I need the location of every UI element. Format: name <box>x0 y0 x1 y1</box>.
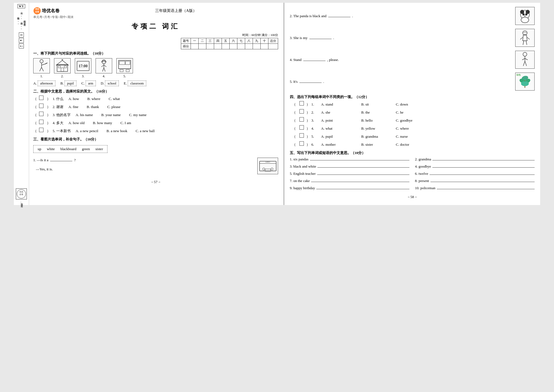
q5-blank-1[interactable] <box>310 160 409 160</box>
q5-item-8: 8. present <box>415 179 535 183</box>
q4-paren-close-1: ） <box>306 102 310 107</box>
score-val-4[interactable] <box>214 44 222 49</box>
q5-blank-5[interactable] <box>317 175 410 175</box>
score-val-9[interactable] <box>253 44 261 49</box>
q1-opt-a-box: afternoon <box>38 81 55 86</box>
score-val-7[interactable] <box>237 44 245 49</box>
score-header-6: 六 <box>230 38 237 44</box>
q2-answer-3[interactable] <box>39 112 43 116</box>
q2-5c: C. a new ball <box>136 129 155 133</box>
q1-opt-e-box: classroom <box>128 81 146 86</box>
score-header-5: 五 <box>222 38 230 44</box>
score-val-total[interactable] <box>268 44 278 49</box>
svg-rect-29 <box>119 61 125 65</box>
q3-title: 三、看图片选单词，补全句子。（10分） <box>33 137 278 142</box>
q5-blank-7[interactable] <box>311 182 409 182</box>
q5-item-3: 3. black and white <box>290 164 409 169</box>
q1-img-3: 17:00 3. <box>75 58 91 78</box>
q2-paren-close-2: ） <box>47 104 50 109</box>
q1-opt-d: D. school <box>101 81 119 86</box>
q3-blank-1[interactable] <box>50 161 72 161</box>
q2-answer-2[interactable] <box>39 104 43 108</box>
q1-num-3: 3. <box>82 74 84 78</box>
q4-title: 四、选出下列每组单词中不同类的一项。（12分） <box>290 94 535 99</box>
q4-answer-6[interactable] <box>299 141 304 146</box>
score-header-11: 总分 <box>268 38 278 44</box>
q4-answer-3[interactable] <box>299 117 304 122</box>
q1-img-box-2 <box>54 58 71 73</box>
q5-blank-9[interactable] <box>316 189 409 189</box>
q2-answer-4[interactable] <box>39 120 43 124</box>
q5-blank-4[interactable] <box>432 167 535 168</box>
q5-blank-8[interactable] <box>430 182 535 182</box>
q5-blank-10[interactable] <box>437 189 535 189</box>
q3-sent-1: 1. —Is it a ? <box>33 157 253 163</box>
q2-num-3: 3. 他的名字 <box>53 112 71 117</box>
score-val-5[interactable] <box>222 44 230 49</box>
score-val-6[interactable] <box>230 44 237 49</box>
q2-answer-5[interactable] <box>39 128 43 132</box>
q2-4a: A. how old <box>68 121 84 125</box>
q4-answer-4[interactable] <box>299 125 304 130</box>
q3-continued: 2. The panda is black and . <box>290 7 535 91</box>
q4-paren-close-2: ） <box>306 110 310 115</box>
q2-2c: C. please <box>107 105 120 109</box>
q2-answer-1[interactable] <box>39 96 43 100</box>
q5-blank-3[interactable] <box>317 167 409 168</box>
logo-icon: 培优 名卷 <box>33 7 41 15</box>
spine-icon-2: ■□ <box>19 38 24 43</box>
q2-paren-1: （ <box>33 96 37 101</box>
page-header: 培优 名卷 培优名卷 单元考+月考+专项+期中+期末 三年级英语上册（A版） <box>33 7 278 19</box>
svg-text:名卷: 名卷 <box>19 193 23 196</box>
section-title: 专项二 词汇 <box>33 22 278 31</box>
svg-line-10 <box>42 67 43 71</box>
score-val-10[interactable] <box>261 44 268 49</box>
q4-num-2: 2. <box>311 110 320 115</box>
score-header-1: 一 <box>191 38 199 44</box>
q4-answer-5[interactable] <box>299 133 304 138</box>
left-spine: WY 适用地区：天津市•北京市 主编：××× 副主编：××× 责任编辑：××× … <box>14 3 29 205</box>
q3-blank-3[interactable] <box>309 39 332 39</box>
q1-img-5: 5. <box>116 58 133 78</box>
svg-line-24 <box>101 65 104 67</box>
q3-blank-4[interactable] <box>303 61 325 61</box>
q4-3a: A. point <box>321 118 360 123</box>
score-val-8[interactable] <box>245 44 253 49</box>
q4-num-3: 3. <box>311 118 320 123</box>
q5-blank-6[interactable] <box>430 175 535 175</box>
q2-paren-close-5: ） <box>47 129 50 134</box>
q3-blank-5[interactable] <box>299 83 322 83</box>
score-header-9: 九 <box>253 38 261 44</box>
q3-right-item-5: 5. It's . 绿色 <box>290 73 535 91</box>
q4-paren-close-6: ） <box>306 142 310 147</box>
q1-options-row: A. afternoon B. pupil C. arm D. school E… <box>33 81 278 86</box>
q4-num-6: 6. <box>311 142 320 147</box>
q4-section: 四、选出下列每组单词中不同类的一项。（12分） （ ） 1. A. stand … <box>290 94 535 147</box>
q4-1b: B. sit <box>361 102 394 107</box>
score-val-3[interactable] <box>206 44 214 49</box>
q3-blank-2[interactable] <box>328 17 350 17</box>
q2-paren-close-4: ） <box>47 121 50 125</box>
q4-answer-1[interactable] <box>299 101 304 106</box>
q5-word-3: 3. black and white <box>290 164 316 169</box>
q5-title: 五、写出下列单词或短语的中文意思。（10分） <box>290 150 535 155</box>
q5-blank-2[interactable] <box>432 160 535 160</box>
q5-item-4: 4. goodbye <box>415 164 535 169</box>
q1-num-2: 2. <box>61 74 64 78</box>
q4-paren-5: （ <box>290 134 298 139</box>
q4-paren-2: （ <box>290 110 298 115</box>
spine-icons: ●● ■□ ▲△ <box>19 32 24 48</box>
svg-point-41 <box>520 10 524 14</box>
q4-paren-6: （ <box>290 142 298 147</box>
q1-num-5: 5. <box>124 74 126 78</box>
q5-item-5: 5. English teacher <box>290 171 409 176</box>
q1-opt-c: C. arm <box>81 81 96 86</box>
score-val-2[interactable] <box>199 44 206 49</box>
q4-answer-2[interactable] <box>299 109 304 114</box>
q5-word-9: 9. happy birthday <box>290 186 315 190</box>
green-label: 绿色 <box>516 73 521 76</box>
q1-img-4: 4. <box>96 58 112 78</box>
q5-word-10: 10. policeman <box>415 186 435 190</box>
svg-line-8 <box>42 64 45 65</box>
score-val-1[interactable] <box>191 44 199 49</box>
